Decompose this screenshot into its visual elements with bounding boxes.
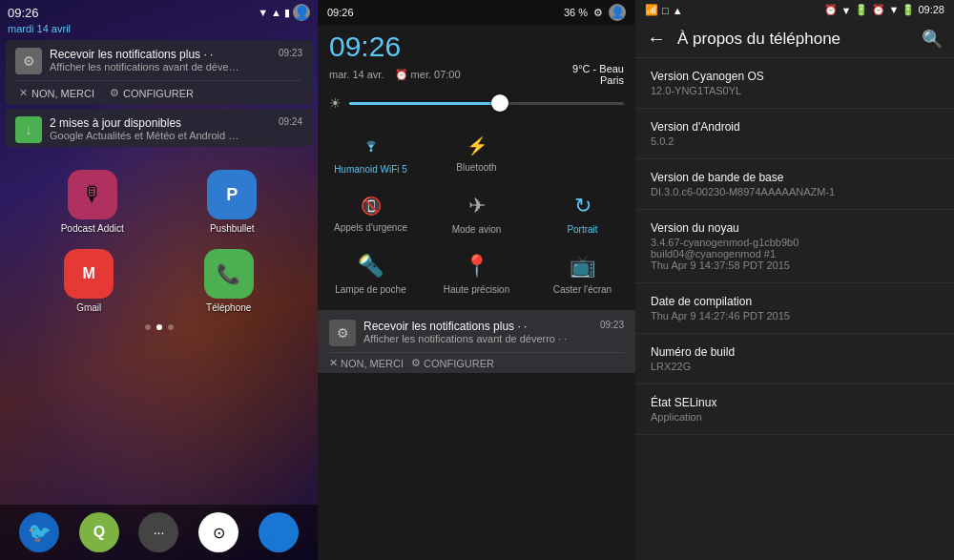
dock-chrome-app[interactable]: ⊙ [198, 512, 238, 552]
notif-configure-btn-p2[interactable]: ⚙ CONFIGURER [411, 357, 494, 369]
brightness-track[interactable] [349, 102, 624, 105]
cast-icon-p3: □ [662, 5, 669, 16]
notif-content-2: 2 mises à jour disponibles Google Actual… [50, 116, 271, 141]
dock-k-app[interactable]: Q [79, 512, 119, 552]
portrait-tile-icon: ↻ [574, 194, 591, 218]
app-gmail[interactable]: M Gmail [64, 249, 114, 313]
dot-3 [168, 324, 174, 330]
tile-wifi[interactable]: Humanoid WiFi 5 [318, 122, 424, 182]
notif-configure-label-1: CONFIGURER [123, 88, 194, 99]
weather-city: Paris [572, 74, 624, 86]
about-item-selinux[interactable]: État SELinux Application [635, 384, 954, 435]
wifi-icon-p3: ▼ [841, 5, 852, 16]
notif-content-p2: Recevoir les notifications plus · · Affi… [363, 320, 592, 344]
about-item-kernel[interactable]: Version du noyau 3.4.67-cyanogenmod-g1cb… [635, 210, 954, 283]
svg-point-0 [369, 149, 372, 152]
wifi-icon: ▼ [258, 7, 268, 18]
gmail-icon: M [64, 249, 114, 299]
app-pushbullet[interactable]: P Pushbullet [207, 170, 257, 234]
brightness-fill [349, 102, 500, 105]
signal-up-icon: ▲ [673, 5, 683, 16]
gear-icon-p2-action: ⚙ [411, 357, 421, 369]
tile-emergency[interactable]: 📵 Appels d'urgence [318, 182, 424, 242]
notifications-area: ⚙ Recevoir les notifications plus · · Af… [0, 40, 318, 147]
dock-contacts-app[interactable]: 👤 [259, 512, 299, 552]
gmail-label: Gmail [76, 302, 101, 313]
status-icons-right-p3: ⏰ ▼ 🔋 ⏰ ▼ 🔋 09:28 [824, 4, 944, 16]
about-items-list: Version Cyanogen OS 12.0-YNG1TAS0YL Vers… [635, 58, 954, 435]
notification-card-2: ↓ 2 mises à jour disponibles Google Actu… [6, 109, 312, 147]
podcast-addict-label: Podcast Addict [61, 223, 124, 234]
tile-airplane[interactable]: ✈ Mode avion [424, 182, 529, 242]
tile-cast[interactable]: 📺 Caster l'écran [529, 242, 635, 302]
build-number-value: LRX22G [651, 361, 939, 372]
build-number-label: Numéro de build [651, 345, 939, 359]
flashlight-tile-icon: 🔦 [358, 254, 384, 279]
app-phone[interactable]: 📞 Téléphone [204, 249, 254, 313]
about-item-baseband[interactable]: Version de bande de base DI.3.0.c6-00230… [635, 159, 954, 210]
battery-icon-p3: 🔋 [855, 4, 868, 16]
phone-icon: 📞 [204, 249, 254, 299]
back-button[interactable]: ← [647, 28, 666, 50]
pushbullet-label: Pushbullet [210, 223, 255, 234]
date-label-p1: mardi 14 avril [8, 23, 71, 34]
notif-dismiss-btn-1[interactable]: ✕ NON, MERCI [15, 85, 98, 101]
notif-title-1: Recevoir les notifications plus · · [50, 48, 240, 61]
notif-configure-btn-1[interactable]: ⚙ CONFIGURER [106, 85, 197, 101]
about-item-build-number[interactable]: Numéro de build LRX22G [635, 334, 954, 384]
notif-icon-p2: ⚙ [329, 320, 356, 346]
app-dock: 🐦 Q ··· ⊙ 👤 [0, 505, 318, 560]
notif-subtitle-2: Google Actualités et Météo et Android Sy… [50, 130, 240, 141]
selinux-value: Application [651, 411, 939, 423]
notif-time-p2: 09:23 [600, 320, 624, 330]
gear-icon-p2: ⚙ [593, 7, 603, 19]
tile-portrait[interactable]: ↻ Portrait [529, 182, 635, 242]
tile-bluetooth[interactable]: ⚡ Bluetooth [424, 122, 529, 182]
about-item-build-date[interactable]: Date de compilation Thu Apr 9 14:27:46 P… [635, 283, 954, 334]
dock-bird-app[interactable]: 🐦 [19, 512, 59, 552]
about-item-cyanogen[interactable]: Version Cyanogen OS 12.0-YNG1TAS0YL [635, 58, 954, 109]
dismiss-label-p2: NON, MERCI [341, 358, 404, 369]
dot-1 [145, 324, 151, 330]
dock-more-app[interactable]: ··· [138, 512, 178, 552]
about-item-android[interactable]: Version d'Android 5.0.2 [635, 109, 954, 159]
brightness-thumb[interactable] [491, 94, 508, 112]
status-icons-p1: ▼ ▲ ▮ 👤 [258, 4, 310, 21]
location-tile-icon: 📍 [464, 254, 489, 279]
about-phone-screen: 📶 □ ▲ ⏰ ▼ 🔋 ⏰ ▼ 🔋 09:28 ← À propos du té… [635, 0, 954, 560]
page-dots [0, 319, 318, 336]
tile-flashlight[interactable]: 🔦 Lampe de poche [318, 242, 424, 302]
battery-label-p2: 36 % [564, 7, 588, 18]
search-button[interactable]: 🔍 [922, 29, 943, 50]
status-time-p1: 09:26 [8, 6, 39, 20]
notif-icon-2: ↓ [15, 116, 42, 143]
notification-shade: 09:26 36 % ⚙ 👤 09:26 mar. 14 avr. ⏰ mer.… [318, 0, 635, 560]
wifi-tile-icon [360, 134, 383, 158]
bluetooth-tile-label: Bluetooth [456, 162, 496, 173]
notification-card-1: ⚙ Recevoir les notifications plus · · Af… [6, 40, 312, 105]
notif-icon-1: ⚙ [15, 48, 42, 74]
status-time-p2: 09:26 [327, 7, 354, 18]
kernel-label: Version du noyau [651, 221, 939, 235]
emergency-tile-label: Appels d'urgence [334, 222, 407, 233]
notif-time-1: 09:23 [279, 48, 302, 58]
status-icons-left-p3: 📶 □ ▲ [645, 4, 683, 16]
date-p2: mar. 14 avr. [329, 69, 384, 80]
cast-tile-icon: 📺 [570, 254, 595, 279]
app-icons-row1: 🎙 Podcast Addict P Pushbullet [0, 156, 318, 238]
alarm-p2: ⏰ mer. 07:00 [395, 69, 461, 80]
cyanogen-os-value: 12.0-YNG1TAS0YL [651, 85, 939, 96]
notif-dismiss-btn-p2[interactable]: ✕ NON, MERCI [329, 357, 404, 369]
battery-icon: ▮ [284, 7, 290, 19]
tile-location[interactable]: 📍 Haute précision [424, 242, 529, 302]
selinux-label: État SELinux [651, 396, 939, 409]
status-bar-panel3: 📶 □ ▲ ⏰ ▼ 🔋 ⏰ ▼ 🔋 09:28 [635, 0, 954, 20]
portrait-tile-label: Portrait [567, 224, 597, 235]
notif-title-2: 2 mises à jour disponibles [50, 116, 240, 130]
airplane-tile-label: Mode avion [452, 224, 502, 235]
notification-card-p2: ⚙ Recevoir les notifications plus · · Af… [318, 310, 635, 373]
app-podcast-addict[interactable]: 🎙 Podcast Addict [61, 170, 124, 234]
brightness-control[interactable]: ☀ [318, 90, 635, 118]
date-row-p1: mardi 14 avril [0, 23, 318, 40]
status-bar-panel1: 09:26 ▼ ▲ ▮ 👤 [0, 0, 318, 23]
